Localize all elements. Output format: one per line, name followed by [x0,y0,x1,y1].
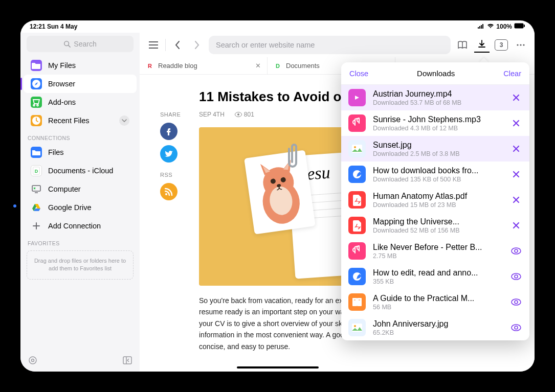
back-button[interactable] [170,37,185,53]
download-row[interactable]: Human Anatomy Atlas.pdfDownloaded 15 MB … [341,187,529,213]
view-download-icon[interactable] [510,298,522,306]
view-download-icon[interactable] [510,324,522,331]
svg-rect-0 [478,27,479,29]
download-row[interactable]: How to download books fro...Downloaded 1… [341,162,529,187]
address-bar[interactable]: Search or enter website name [209,36,451,54]
rss-icon[interactable] [160,183,177,200]
download-status: Downloaded 53.7 MB of 68 MB [373,99,503,106]
svg-point-56 [354,325,356,327]
audio-file-icon [348,242,366,260]
image-file-icon [348,140,366,157]
search-input[interactable]: Search [27,36,134,52]
download-status: 355 KB [373,278,503,285]
book-file-icon [348,293,366,311]
sidebar-item-my-files[interactable]: My Files [24,56,137,75]
download-row[interactable]: John Anniversary.jpg65.2KB [341,315,529,340]
download-row[interactable]: A Guide to the Practical M...56 MB [341,289,529,315]
sidebar: Search My FilesBrowserAdd-onsRecent File… [20,33,140,372]
twitter-icon[interactable] [160,145,177,163]
svg-text:D: D [276,63,280,69]
cancel-download-icon[interactable] [510,170,522,178]
svg-rect-2 [481,25,482,29]
svg-point-34 [237,113,239,116]
download-row[interactable]: Mapping the Universe...Downloaded 52 MB … [341,213,529,238]
sidebar-item-recent-files[interactable]: Recent Files [24,111,137,130]
connections-header: CONNECTIONS [20,130,140,143]
collapse-sidebar-icon[interactable] [122,355,132,367]
svg-rect-50 [357,298,362,306]
web-file-icon [348,166,366,183]
facebook-icon[interactable] [160,123,177,140]
chevron-down-icon[interactable] [119,116,129,126]
svg-point-58 [515,326,518,329]
svg-point-57 [512,325,521,331]
svg-point-44 [512,248,521,254]
download-name: Sunrise - John Stephens.mp3 [373,115,503,124]
svg-point-26 [520,44,521,45]
download-status: Downloaded 52 MB of 156 MB [373,227,503,234]
reader-icon[interactable] [455,37,470,53]
svg-point-17 [32,359,34,362]
cancel-download-icon[interactable] [510,221,522,229]
svg-point-48 [515,275,518,278]
tabs-button[interactable]: 3 [494,37,509,53]
downloads-clear[interactable]: Clear [503,70,521,78]
connection-computer[interactable]: Computer [24,180,137,198]
cancel-download-icon[interactable] [510,94,522,102]
more-icon[interactable] [513,37,528,53]
download-status: Downloaded 2.5 MB of 3.8 MB [373,150,503,157]
svg-point-42 [354,146,356,148]
favicon-icon: R [146,62,154,70]
connection-documents-icloud[interactable]: DDocuments - iCloud [24,162,137,180]
home-indicator[interactable] [237,366,319,368]
downloads-title: Downloads [417,69,455,78]
svg-rect-3 [482,24,483,29]
tab-readdle-blog[interactable]: RReaddle blog✕ [140,57,268,74]
download-row[interactable]: Sunset.jpgDownloaded 2.5 MB of 3.8 MB [341,136,529,162]
close-tab-icon[interactable]: ✕ [255,62,261,70]
view-download-icon[interactable] [510,247,522,255]
paperclip-icon [285,143,300,170]
svg-rect-1 [479,26,480,29]
svg-point-47 [512,273,521,280]
svg-rect-12 [32,186,40,191]
article-body: So you're back from vacation, ready for … [199,295,363,352]
image-file-icon [348,319,366,336]
download-row[interactable]: Like Never Before - Petter B...2.75 MB [341,238,529,264]
settings-icon[interactable] [28,355,38,367]
download-row[interactable]: Austrian Journey.mp4Downloaded 53.7 MB o… [341,85,529,110]
favicon-icon: D [274,62,282,70]
view-download-icon[interactable] [510,273,522,280]
sidebar-item-browser[interactable]: Browser [24,75,137,93]
downloads-icon[interactable] [474,37,490,53]
battery-pct: 100% [496,23,512,30]
svg-point-16 [29,357,36,364]
downloads-close[interactable]: Close [349,70,368,78]
download-name: John Anniversary.jpg [373,319,503,329]
svg-rect-49 [352,298,357,306]
cancel-download-icon[interactable] [510,119,522,127]
connection-google-drive[interactable]: Google Drive [24,198,137,217]
download-name: Sunset.jpg [373,141,503,150]
cancel-download-icon[interactable] [510,196,522,204]
article-views: 801 [244,111,254,118]
sidebar-item-add-ons[interactable]: Add-ons [24,93,137,111]
main-area: Search or enter website name 3 RReaddle … [140,33,535,372]
cancel-download-icon[interactable] [510,145,522,153]
download-row[interactable]: Sunrise - John Stephens.mp3Downloaded 4.… [341,110,529,136]
svg-point-54 [515,301,518,304]
share-label: SHARE [160,111,186,118]
download-row[interactable]: How to edit, read and anno...355 KB [341,264,529,289]
connection-files[interactable]: Files [24,143,137,162]
favorites-dropzone[interactable]: Drag and drop files or folders here to a… [27,250,134,280]
downloads-panel: Close Downloads Clear Austrian Journey.m… [341,62,529,340]
download-status: Downloaded 4.3 MB of 12 MB [373,125,503,132]
download-name: Mapping the Universe... [373,217,503,226]
signal-icon [478,23,485,30]
download-status: 2.75 MB [373,252,503,260]
wifi-icon [487,23,494,30]
connection-add-connection[interactable]: Add Connection [24,217,137,235]
forward-button[interactable] [189,37,205,53]
hamburger-icon[interactable] [146,37,161,53]
download-name: Austrian Journey.mp4 [373,89,503,99]
